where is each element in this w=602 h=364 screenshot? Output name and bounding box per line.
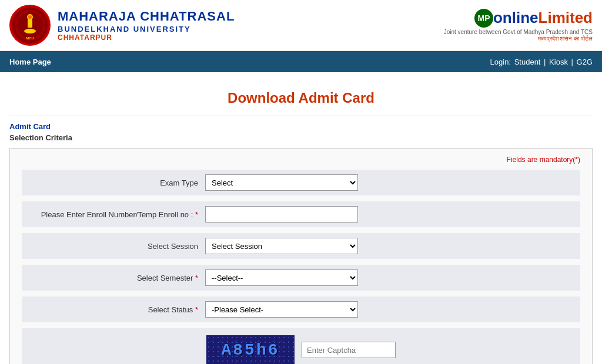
enroll-input[interactable] [205, 206, 358, 223]
mp-limited-text: Limited [539, 9, 593, 27]
mp-tagline: Joint venture between Govt of Madhya Pra… [444, 29, 593, 35]
exam-type-select[interactable]: Select [205, 174, 358, 191]
separator-1: | [544, 58, 548, 66]
enroll-label: Please Enter Enroll Number/Temp Enroll n… [29, 210, 205, 219]
login-prefix: Login: [490, 58, 513, 66]
home-page-link[interactable]: Home Page [9, 53, 51, 71]
semester-required-star: * [193, 274, 198, 282]
captcha-text: A85h6 [221, 341, 279, 359]
captcha-input[interactable] [302, 342, 396, 358]
header-left: MCU MAHARAJA CHHATRASAL BUNDELKHAND UNIV… [9, 5, 235, 46]
exam-type-row: Exam Type Select [22, 170, 580, 196]
mp-text: MP [477, 14, 490, 23]
status-row: Select Status * -Please Select- [22, 296, 580, 322]
page-title: Download Admit Card [9, 78, 593, 116]
university-logo: MCU [9, 5, 51, 46]
status-select[interactable]: -Please Select- [205, 301, 358, 318]
session-label: Select Session [29, 242, 205, 251]
breadcrumb-link[interactable]: Admit Card [9, 122, 51, 131]
semester-select[interactable]: --Select-- [205, 269, 358, 286]
svg-text:MCU: MCU [26, 36, 34, 40]
mandatory-note: Fields are mandatory(*) [22, 156, 580, 164]
captcha-image: A85h6 [206, 335, 295, 364]
nav-bar: Home Page Login: Student | Kiosk | G2G [0, 51, 602, 72]
mp-circle: MP [474, 9, 493, 28]
svg-point-6 [24, 29, 36, 33]
mp-online-text: online [493, 9, 539, 27]
semester-row: Select Semester * --Select-- [22, 265, 580, 291]
exam-type-control: Select [205, 174, 358, 191]
session-row: Select Session Select Session [22, 233, 580, 259]
university-name: MAHARAJA CHHATRASAL [58, 9, 235, 24]
login-student-link[interactable]: Student [514, 58, 541, 66]
session-select[interactable]: Select Session [205, 238, 358, 254]
breadcrumb: Admit Card [9, 122, 593, 131]
login-g2g-link[interactable]: G2G [577, 58, 593, 66]
session-control: Select Session [205, 238, 358, 254]
separator-2: | [571, 58, 576, 66]
enroll-row: Please Enter Enroll Number/Temp Enroll n… [22, 201, 580, 227]
university-text: MAHARAJA CHHATRASAL BUNDELKHAND UNIVERSI… [58, 9, 235, 41]
svg-point-4 [28, 15, 32, 19]
university-city: CHHATARPUR [58, 33, 235, 42]
mp-tagline2: मध्यप्रदेश शासन का पोर्टल [538, 35, 593, 42]
login-kiosk-link[interactable]: Kiosk [549, 58, 568, 66]
semester-label: Select Semester * [29, 274, 205, 282]
svg-rect-5 [28, 19, 32, 28]
status-control: -Please Select- [205, 301, 358, 318]
main-content: Download Admit Card Admit Card Selection… [0, 72, 602, 364]
enroll-control [205, 206, 358, 223]
header: MCU MAHARAJA CHHATRASAL BUNDELKHAND UNIV… [0, 0, 602, 51]
mp-online-logo: MP online Limited Joint venture between … [444, 9, 593, 42]
status-required-star: * [193, 305, 198, 314]
section-title: Selection Criteria [9, 133, 593, 142]
form-container: Fields are mandatory(*) Exam Type Select… [9, 148, 593, 364]
enroll-required-star: * [195, 210, 198, 219]
captcha-row: A85h6 [22, 328, 580, 364]
status-label: Select Status * [29, 305, 205, 314]
nav-login: Login: Student | Kiosk | G2G [489, 58, 593, 66]
mp-online-brand: MP online Limited [474, 9, 593, 28]
exam-type-label: Exam Type [29, 178, 205, 187]
semester-control: --Select-- [205, 269, 358, 286]
university-sub: BUNDELKHAND UNIVERSITY [58, 25, 235, 33]
